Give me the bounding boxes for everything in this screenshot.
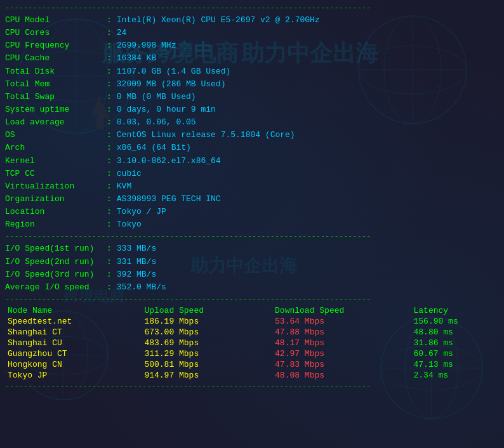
- total-swap-value: 0 MB (0 MB Used): [117, 91, 196, 103]
- network-table-header: Node Name Upload Speed Download Speed La…: [5, 305, 499, 316]
- network-node-3: Guangzhou CT: [5, 348, 119, 359]
- arch-row: Arch : x86_64 (64 Bit): [5, 142, 499, 154]
- os-value: CentOS Linux release 7.5.1804 (Core): [117, 129, 295, 142]
- io-2nd-value: 331 MB/s: [117, 256, 156, 268]
- cpu-cache-label: CPU Cache: [5, 52, 107, 65]
- virtualization-value: KVM: [117, 180, 131, 193]
- io-avg-colon: :: [107, 281, 112, 294]
- kernel-label: Kernel: [5, 155, 107, 168]
- network-section: Node Name Upload Speed Download Speed La…: [5, 305, 499, 381]
- network-node-0: Speedtest.net: [5, 316, 119, 327]
- network-table: Node Name Upload Speed Download Speed La…: [5, 305, 499, 381]
- tcp-cc-colon: :: [107, 168, 112, 180]
- tcp-cc-label: TCP CC: [5, 168, 107, 180]
- network-node-1: Shanghai CT: [5, 327, 119, 338]
- total-swap-label: Total Swap: [5, 91, 107, 103]
- network-latency-1: 48.80 ms: [401, 327, 499, 338]
- total-mem-value: 32009 MB (286 MB Used): [117, 78, 226, 91]
- network-node-4: Hongkong CN: [5, 359, 119, 370]
- cpu-cache-value: 16384 KB: [117, 52, 156, 65]
- network-upload-3: 311.29 Mbps: [119, 348, 262, 359]
- network-row-4: Hongkong CN500.81 Mbps47.83 Mbps47.13 ms: [5, 359, 499, 370]
- io-3rd-label: I/O Speed(3rd run): [5, 268, 107, 281]
- network-download-4: 47.83 Mbps: [262, 359, 401, 370]
- system-uptime-colon: :: [107, 103, 112, 116]
- cpu-model-row: CPU Model : Intel(R) Xeon(R) CPU E5-2697…: [5, 14, 499, 27]
- network-upload-2: 483.69 Mbps: [119, 338, 262, 348]
- cpu-cache-row: CPU Cache : 16384 KB: [5, 52, 499, 65]
- system-uptime-value: 0 days, 0 hour 9 min: [117, 103, 216, 116]
- cpu-freq-value: 2699.998 MHz: [117, 39, 176, 52]
- os-colon: :: [107, 129, 112, 142]
- arch-colon: :: [107, 142, 112, 154]
- bottom-divider: ----------------------------------------…: [5, 382, 499, 391]
- total-disk-label: Total Disk: [5, 65, 107, 78]
- location-colon: :: [107, 206, 112, 218]
- system-info-section: CPU Model : Intel(R) Xeon(R) CPU E5-2697…: [5, 14, 499, 231]
- network-download-2: 48.17 Mbps: [262, 338, 401, 348]
- network-node-5: Tokyo JP: [5, 370, 119, 381]
- network-download-0: 53.64 Mbps: [262, 316, 401, 327]
- network-upload-1: 673.00 Mbps: [119, 327, 262, 338]
- tcp-cc-row: TCP CC : cubic: [5, 168, 499, 180]
- io-2nd-label: I/O Speed(2nd run): [5, 256, 107, 268]
- arch-value: x86_64 (64 Bit): [117, 142, 191, 154]
- cpu-cores-row: CPU Cores : 24: [5, 27, 499, 39]
- io-1st-row: I/O Speed(1st run) : 333 MB/s: [5, 242, 499, 255]
- organization-label: Organization: [5, 193, 107, 206]
- network-row-5: Tokyo JP914.97 Mbps48.08 Mbps2.34 ms: [5, 370, 499, 381]
- total-disk-value: 1107.0 GB (1.4 GB Used): [117, 65, 230, 78]
- load-avg-colon: :: [107, 116, 112, 129]
- virtualization-colon: :: [107, 180, 112, 193]
- kernel-value: 3.10.0-862.el7.x86_64: [117, 155, 221, 168]
- arch-label: Arch: [5, 142, 107, 154]
- network-upload-4: 500.81 Mbps: [119, 359, 262, 370]
- load-avg-label: Load average: [5, 116, 107, 129]
- network-upload-0: 186.19 Mbps: [119, 316, 262, 327]
- virtualization-label: Virtualization: [5, 180, 107, 193]
- network-upload-5: 914.97 Mbps: [119, 370, 262, 381]
- network-row-3: Guangzhou CT311.29 Mbps42.97 Mbps60.67 m…: [5, 348, 499, 359]
- total-swap-row: Total Swap : 0 MB (0 MB Used): [5, 91, 499, 103]
- cpu-freq-row: CPU Frequency : 2699.998 MHz: [5, 39, 499, 52]
- cpu-model-value: Intel(R) Xeon(R) CPU E5-2697 v2 @ 2.70GH…: [117, 14, 320, 27]
- io-3rd-value: 392 MB/s: [117, 268, 156, 281]
- location-label: Location: [5, 206, 107, 218]
- os-row: OS : CentOS Linux release 7.5.1804 (Core…: [5, 129, 499, 142]
- organization-colon: :: [107, 193, 112, 206]
- region-colon: :: [107, 218, 112, 231]
- network-row-2: Shanghai CU483.69 Mbps48.17 Mbps31.86 ms: [5, 338, 499, 348]
- io-avg-row: Average I/O speed : 352.0 MB/s: [5, 281, 499, 294]
- top-divider: ----------------------------------------…: [5, 4, 499, 13]
- io-1st-label: I/O Speed(1st run): [5, 242, 107, 255]
- io-1st-colon: :: [107, 242, 112, 255]
- io-1st-value: 333 MB/s: [117, 242, 156, 255]
- divider-3: ----------------------------------------…: [5, 295, 499, 304]
- io-2nd-row: I/O Speed(2nd run) : 331 MB/s: [5, 256, 499, 268]
- load-avg-value: 0.03, 0.06, 0.05: [117, 116, 196, 129]
- cpu-model-colon: :: [107, 14, 112, 27]
- kernel-colon: :: [107, 155, 112, 168]
- cpu-freq-label: CPU Frequency: [5, 39, 107, 52]
- network-node-2: Shanghai CU: [5, 338, 119, 348]
- organization-row: Organization : AS398993 PEG TECH INC: [5, 193, 499, 206]
- divider-2: ----------------------------------------…: [5, 232, 499, 241]
- os-label: OS: [5, 129, 107, 142]
- io-2nd-colon: :: [107, 256, 112, 268]
- load-avg-row: Load average : 0.03, 0.06, 0.05: [5, 116, 499, 129]
- cpu-cores-colon: :: [107, 27, 112, 39]
- network-row-1: Shanghai CT673.00 Mbps47.88 Mbps48.80 ms: [5, 327, 499, 338]
- total-swap-colon: :: [107, 91, 112, 103]
- organization-value: AS398993 PEG TECH INC: [117, 193, 221, 206]
- location-row: Location : Tokyo / JP: [5, 206, 499, 218]
- region-label: Region: [5, 218, 107, 231]
- system-uptime-label: System uptime: [5, 103, 107, 116]
- total-disk-colon: :: [107, 65, 112, 78]
- col-download-speed: Download Speed: [262, 305, 401, 316]
- network-latency-4: 47.13 ms: [401, 359, 499, 370]
- network-latency-0: 156.90 ms: [401, 316, 499, 327]
- virtualization-row: Virtualization : KVM: [5, 180, 499, 193]
- system-uptime-row: System uptime : 0 days, 0 hour 9 min: [5, 103, 499, 116]
- io-3rd-colon: :: [107, 268, 112, 281]
- cpu-cache-colon: :: [107, 52, 112, 65]
